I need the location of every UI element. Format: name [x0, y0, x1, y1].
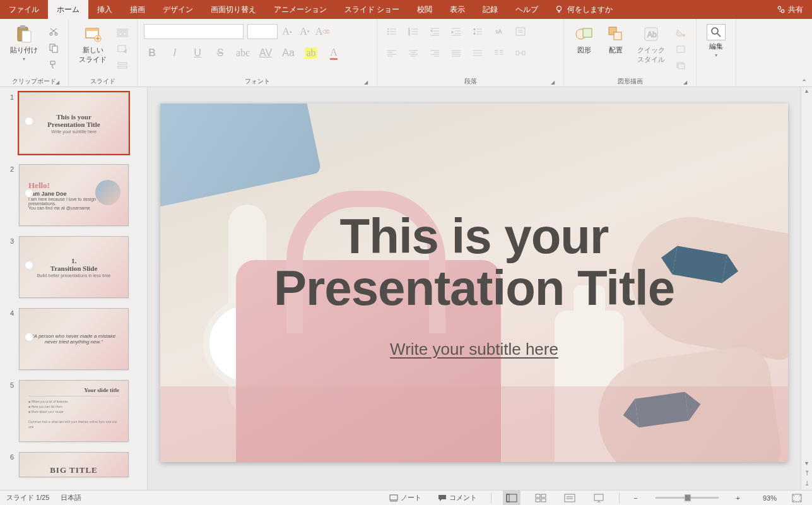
smartart-button[interactable]: [512, 45, 529, 61]
slide-subtitle[interactable]: Write your subtitle here: [160, 340, 788, 359]
slide-section-button[interactable]: [114, 58, 131, 73]
zoom-in-button[interactable]: +: [734, 490, 743, 506]
scroll-down-button[interactable]: ▾: [801, 460, 812, 470]
svg-rect-5: [22, 31, 31, 42]
decrease-indent-button[interactable]: [427, 24, 443, 39]
slide-canvas[interactable]: This is your Presentation Title Write yo…: [160, 104, 788, 462]
tab-draw[interactable]: 描画: [121, 0, 154, 19]
reading-view-button[interactable]: [561, 490, 579, 506]
tab-help[interactable]: ヘルプ: [507, 0, 547, 19]
format-painter-button[interactable]: [45, 57, 62, 72]
paste-button[interactable]: 貼り付け ▾: [6, 21, 42, 64]
thumb-title: Hello!: [28, 181, 50, 191]
quick-styles-button[interactable]: Ab クイック スタイル: [633, 21, 669, 67]
bullets-button[interactable]: [384, 24, 400, 39]
align-center-button[interactable]: [405, 45, 421, 61]
tab-review[interactable]: 校閲: [408, 0, 441, 19]
justify-button[interactable]: [448, 45, 464, 61]
editing-button[interactable]: 編集 ▾: [703, 21, 729, 61]
distribute-button[interactable]: [469, 45, 486, 61]
increase-indent-button[interactable]: [448, 24, 464, 39]
text-highlight-button[interactable]: ab: [303, 45, 319, 61]
grow-font-button[interactable]: A▴: [279, 24, 295, 39]
clipboard-dialog-launcher[interactable]: ◢: [54, 80, 61, 86]
tab-animations[interactable]: アニメーション: [265, 0, 336, 19]
shape-effects-button[interactable]: [673, 58, 689, 73]
slide-counter[interactable]: スライド 1/25: [6, 493, 49, 502]
next-slide-button[interactable]: ⤓: [801, 480, 812, 490]
tab-insert[interactable]: 挿入: [88, 0, 121, 19]
slide-title-line2[interactable]: Presentation Title: [160, 263, 788, 314]
zoom-out-button[interactable]: −: [631, 490, 640, 506]
thumbnail-slide-3[interactable]: 1. Transition Slide Build better present…: [19, 236, 129, 298]
slideshow-view-button[interactable]: [590, 490, 608, 506]
zoom-value[interactable]: 93%: [754, 494, 777, 502]
thumbnail-slide-6[interactable]: BIG TITLE: [19, 452, 129, 477]
copy-button[interactable]: [45, 40, 62, 56]
tab-transitions[interactable]: 画面切り替え: [202, 0, 265, 19]
shape-fill-button[interactable]: [673, 25, 689, 40]
vertical-scrollbar[interactable]: ▴ ▾ ⤒ ⤓: [801, 87, 812, 490]
bold-button[interactable]: B: [144, 45, 160, 61]
slide-reset-button[interactable]: [114, 42, 131, 57]
strikethrough-button[interactable]: S: [212, 45, 228, 61]
font-color-button[interactable]: A: [326, 45, 342, 61]
character-spacing-button[interactable]: AV: [257, 45, 274, 61]
align-right-button[interactable]: [427, 45, 443, 61]
prev-slide-button[interactable]: ⤒: [801, 470, 812, 480]
clear-formatting-button[interactable]: A⌫: [314, 24, 331, 39]
notes-button[interactable]: ノート: [387, 490, 424, 506]
thumb-title: BIG TITLE: [50, 465, 98, 475]
arrange-button[interactable]: 配置: [602, 21, 630, 57]
line-spacing-button[interactable]: [469, 24, 486, 39]
tab-design[interactable]: デザイン: [154, 0, 202, 19]
slide-layout-button[interactable]: [114, 25, 131, 40]
cut-button[interactable]: [45, 24, 62, 39]
tell-me-search[interactable]: 何をしますか: [555, 4, 613, 15]
tab-view[interactable]: 表示: [441, 0, 474, 19]
svg-rect-14: [119, 30, 126, 32]
share-button[interactable]: 共有: [777, 4, 803, 15]
numbering-button[interactable]: 123: [405, 24, 421, 39]
change-case-button[interactable]: Aa: [280, 45, 297, 61]
text-shadow-button[interactable]: abє: [235, 45, 251, 61]
italic-button[interactable]: I: [167, 45, 183, 61]
fit-to-window-button[interactable]: [788, 490, 806, 506]
align-left-button[interactable]: [384, 45, 400, 61]
thumb-subtitle: Write your subtitle here: [51, 129, 97, 134]
font-family-combo[interactable]: [144, 24, 244, 39]
drawing-dialog-launcher[interactable]: ◢: [682, 80, 688, 86]
thumb-number: 4: [8, 308, 14, 370]
zoom-slider[interactable]: [656, 497, 719, 499]
ribbon-group-clipboard: 貼り付け ▾ クリップボード◢: [0, 19, 69, 87]
language-indicator[interactable]: 日本語: [61, 493, 81, 502]
slide-title-line1[interactable]: This is your: [160, 211, 788, 263]
tab-slideshow[interactable]: スライド ショー: [336, 0, 408, 19]
tab-recording[interactable]: 記録: [474, 0, 507, 19]
slide-canvas-area[interactable]: This is your Presentation Title Write yo…: [148, 87, 801, 490]
text-direction-button[interactable]: ↕A: [491, 24, 507, 39]
thumbnail-slide-4[interactable]: "A person who never made a mistake never…: [19, 308, 129, 370]
slide-sorter-view-button[interactable]: [532, 490, 550, 506]
comments-button[interactable]: コメント: [435, 490, 480, 506]
shape-outline-button[interactable]: [673, 42, 689, 57]
tab-file[interactable]: ファイル: [0, 0, 48, 19]
shrink-font-button[interactable]: A▾: [297, 24, 313, 39]
thumbnail-slide-5[interactable]: Your slide title ■ When you a lot of fea…: [19, 380, 129, 442]
thumbnail-slide-2[interactable]: Hello! I am Jane Doe I am here because I…: [19, 164, 129, 226]
underline-button[interactable]: U: [189, 45, 206, 61]
tell-me-label: 何をしますか: [567, 4, 613, 15]
thumbnail-slide-1[interactable]: This is your Presentation Title Write yo…: [19, 92, 129, 154]
normal-view-button[interactable]: [503, 490, 521, 506]
columns-button[interactable]: [491, 45, 507, 61]
paragraph-dialog-launcher[interactable]: ◢: [550, 80, 556, 86]
tab-home[interactable]: ホーム: [48, 0, 88, 19]
font-size-combo[interactable]: [247, 24, 278, 39]
font-dialog-launcher[interactable]: ◢: [363, 80, 369, 86]
slide-thumbnails-panel[interactable]: 1 This is your Presentation Title Write …: [0, 87, 148, 490]
new-slide-button[interactable]: 新しい スライド: [75, 21, 110, 67]
align-text-button[interactable]: [512, 24, 529, 39]
scroll-up-button[interactable]: ▴: [801, 87, 812, 97]
collapse-ribbon-button[interactable]: ⌃: [801, 78, 807, 86]
shapes-button[interactable]: 図形: [570, 21, 598, 57]
